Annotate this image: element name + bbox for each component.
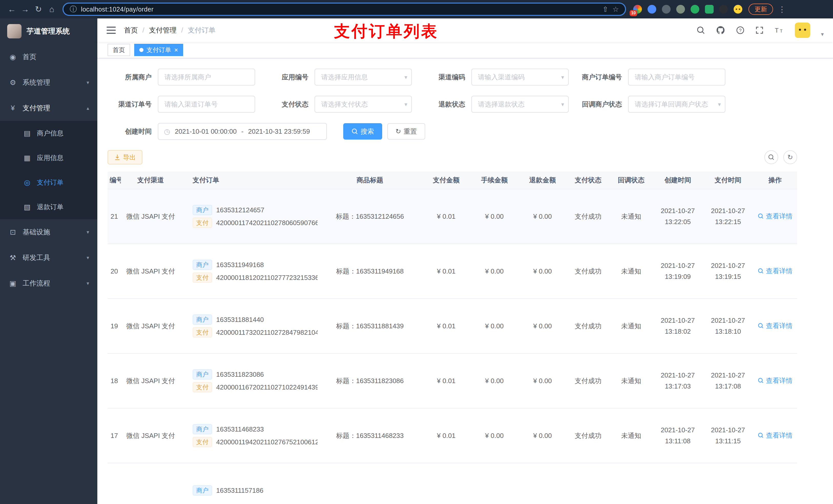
- app-no-select[interactable]: [314, 69, 412, 86]
- merchant-order-no: 1635311949168: [216, 261, 264, 269]
- github-icon[interactable]: [716, 26, 725, 35]
- refund-status-select[interactable]: [471, 96, 569, 113]
- sidebar-item-merchant-info[interactable]: ▤ 商户信息: [0, 121, 97, 145]
- view-detail-label: 查看详情: [766, 267, 792, 275]
- pay-status-select[interactable]: [314, 96, 412, 113]
- extension-icon[interactable]: [676, 5, 685, 14]
- breadcrumb-pay-manage[interactable]: 支付管理: [149, 26, 177, 35]
- fee-amount: ¥ 0.00: [485, 432, 504, 439]
- extension-bar: 10: [633, 5, 742, 14]
- font-size-icon[interactable]: TT: [774, 26, 784, 34]
- refresh-button[interactable]: ↻: [783, 150, 797, 164]
- channel-order-no-input[interactable]: [158, 96, 255, 113]
- extension-chat-icon[interactable]: [705, 5, 714, 14]
- title-prefix: 标题：: [336, 377, 356, 385]
- home-icon[interactable]: ⌂: [45, 3, 58, 16]
- view-detail-link[interactable]: 查看详情: [758, 267, 792, 275]
- export-button[interactable]: 导出: [108, 150, 142, 164]
- view-detail-link[interactable]: 查看详情: [758, 212, 792, 221]
- view-detail-label: 查看详情: [766, 321, 792, 330]
- search-button-label: 搜索: [361, 127, 374, 136]
- search-icon[interactable]: [696, 26, 705, 34]
- profile-avatar[interactable]: [734, 5, 742, 14]
- menu-label: 基础设施: [23, 227, 50, 237]
- view-detail-link[interactable]: 查看详情: [758, 431, 792, 440]
- table-toolbar: 导出 ↻: [108, 150, 797, 164]
- paid-time: 2021-10-27 13:18:10: [705, 315, 751, 337]
- order-table: 编号 支付渠道 支付订单 商品标题 支付金额 手续金额 退款金额 支付状态 回调…: [108, 172, 797, 504]
- breadcrumb-home[interactable]: 首页: [124, 26, 138, 35]
- sidebar-item-payment[interactable]: ¥ 支付管理 ▴: [0, 95, 97, 121]
- pay-tag: 支付: [193, 327, 212, 338]
- fee-amount: ¥ 0.00: [485, 377, 504, 385]
- star-icon[interactable]: ☆: [613, 5, 619, 14]
- search-button[interactable]: 搜索: [343, 123, 382, 140]
- channel-code-select[interactable]: [471, 69, 569, 86]
- search-icon: [758, 213, 764, 219]
- filter-label: 所属商户: [108, 73, 158, 82]
- sidebar-item-infrastructure[interactable]: ⊡ 基础设施 ▾: [0, 219, 97, 245]
- forward-icon[interactable]: →: [19, 3, 32, 16]
- sidebar-item-pay-order[interactable]: ◎ 支付订单: [0, 170, 97, 195]
- pay-order-line: 支付 4200001173202110272847982104: [193, 327, 315, 338]
- sidebar-item-app-info[interactable]: ▦ 应用信息: [0, 145, 97, 170]
- info-icon[interactable]: ⓘ: [70, 4, 77, 14]
- date-start[interactable]: 2021-10-01 00:00:00: [175, 127, 236, 136]
- tab-home[interactable]: 首页: [108, 44, 130, 56]
- merchant-order-no: 1635312124657: [216, 206, 264, 214]
- search-icon: [758, 432, 764, 438]
- filter-label: 渠道编码: [421, 73, 471, 82]
- back-icon[interactable]: ←: [5, 3, 19, 16]
- reset-button[interactable]: ↻ 重置: [387, 123, 425, 140]
- help-icon[interactable]: ?: [736, 26, 745, 34]
- refund-amount: ¥ 0.00: [533, 267, 552, 275]
- sidebar-item-refund-order[interactable]: ▧ 退款订单: [0, 195, 97, 219]
- toggle-search-button[interactable]: [764, 150, 778, 164]
- merchant-order-line: 商户 1635311468233: [193, 424, 315, 434]
- date-range-picker[interactable]: ◷ 2021-10-01 00:00:00 - 2021-10-31 23:59…: [158, 123, 327, 140]
- product-title: 1635312124656: [356, 213, 404, 220]
- extension-icon[interactable]: [719, 5, 728, 14]
- menu-label: 支付订单: [37, 178, 64, 187]
- browser-update-button[interactable]: 更新: [748, 4, 773, 15]
- sidebar-item-home[interactable]: ◉ 首页: [0, 44, 97, 70]
- caret-down-icon[interactable]: ▾: [821, 31, 824, 38]
- merchant-input[interactable]: [158, 69, 255, 86]
- close-icon[interactable]: ×: [174, 47, 178, 53]
- view-detail-link[interactable]: 查看详情: [758, 376, 792, 385]
- user-avatar[interactable]: [795, 23, 810, 38]
- reload-icon[interactable]: ↻: [32, 3, 45, 16]
- search-icon: [758, 323, 764, 329]
- merchant-order-no: 1635311157186: [216, 486, 263, 495]
- url-text[interactable]: localhost:1024/pay/order: [81, 6, 153, 13]
- pay-tag: 支付: [193, 218, 212, 228]
- menu-dots-icon[interactable]: ⋮: [778, 5, 786, 14]
- hamburger-icon[interactable]: [106, 27, 116, 34]
- notify-status-select[interactable]: [628, 96, 725, 113]
- fullscreen-icon[interactable]: [755, 26, 764, 34]
- merchant-tag: 商户: [193, 485, 212, 496]
- extension-check-icon[interactable]: [691, 5, 699, 14]
- filter-row-1: 所属商户 应用编号 ▾ 渠道编码 ▾ 商户订单编号: [108, 69, 797, 86]
- fee-amount: ¥ 0.00: [485, 322, 504, 330]
- pay-channel: 微信 JSAPI 支付: [126, 213, 175, 220]
- merchant-order-no: 1635311468233: [216, 425, 264, 433]
- pay-channel: 微信 JSAPI 支付: [126, 267, 175, 275]
- view-detail-link[interactable]: 查看详情: [758, 321, 792, 330]
- share-icon[interactable]: ⇧: [602, 5, 608, 14]
- product-title: 1635311881439: [356, 322, 404, 330]
- sidebar-item-dev-tools[interactable]: ⚒ 研发工具 ▾: [0, 245, 97, 270]
- sidebar-menu: ◉ 首页 ⚙ 系统管理 ▾ ¥ 支付管理 ▴ ▤ 商户信息 ▦ 应用信息 ◎ 支…: [0, 44, 97, 296]
- sidebar-item-system[interactable]: ⚙ 系统管理 ▾: [0, 70, 97, 95]
- merchant-order-no-input[interactable]: [628, 69, 725, 86]
- sidebar-item-workflow[interactable]: ▣ 工作流程 ▾: [0, 270, 97, 296]
- filter-merchant: 所属商户: [108, 69, 255, 86]
- app-logo[interactable]: 芋道管理系统: [0, 19, 97, 44]
- date-end[interactable]: 2021-10-31 23:59:59: [248, 127, 310, 136]
- tab-pay-order[interactable]: 支付订单 ×: [134, 44, 183, 56]
- extension-icon[interactable]: [662, 5, 671, 14]
- col-fee: 手续金额: [470, 172, 519, 189]
- extension-icon[interactable]: [647, 5, 656, 14]
- address-bar[interactable]: ⓘ localhost:1024/pay/order ⇧ ☆: [63, 3, 626, 16]
- extension-icon[interactable]: 10: [633, 5, 642, 14]
